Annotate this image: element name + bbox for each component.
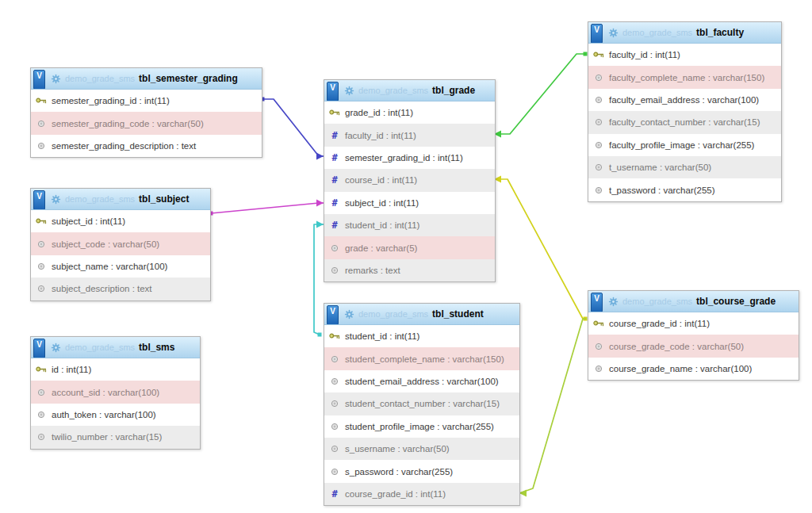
relation-course_grade-to-grade bbox=[494, 176, 588, 321]
table-header[interactable]: Vdemo_grade_smstbl_grade bbox=[324, 80, 495, 101]
gear-icon[interactable] bbox=[607, 28, 619, 38]
table-title: tbl_sms bbox=[139, 342, 174, 353]
table-tbl_course_grade[interactable]: Vdemo_grade_smstbl_course_gradecourse_gr… bbox=[588, 290, 799, 381]
column-label: semester_grading_code : varchar(50) bbox=[52, 119, 204, 128]
gear-icon[interactable] bbox=[343, 309, 354, 320]
column-label: faculty_contact_number : varchar(15) bbox=[609, 117, 760, 127]
fk-icon: # bbox=[329, 488, 340, 500]
column-row: course_grade_code : varchar(50) bbox=[588, 335, 799, 357]
table-title: tbl_faculty bbox=[696, 27, 744, 38]
gear-icon[interactable] bbox=[50, 343, 61, 353]
table-tbl_faculty[interactable]: Vdemo_grade_smstbl_facultyfaculty_id : i… bbox=[588, 21, 782, 202]
column-row: subject_code : varchar(50) bbox=[31, 232, 210, 255]
schema-label: demo_grade_sms bbox=[358, 309, 428, 319]
column-icon bbox=[593, 96, 604, 104]
key-icon bbox=[329, 332, 340, 340]
column-row: faculty_contact_number : varchar(15) bbox=[588, 111, 781, 133]
relation-arrowhead bbox=[316, 153, 324, 160]
column-label: student_email_address : varchar(100) bbox=[345, 377, 499, 386]
column-label: t_username : varchar(50) bbox=[609, 163, 711, 172]
relation-endpoint bbox=[318, 333, 322, 337]
column-icon bbox=[593, 118, 604, 126]
column-row: faculty_email_address : varchar(100) bbox=[588, 89, 781, 111]
column-icon bbox=[593, 163, 604, 171]
column-label: course_grade_id : int(11) bbox=[609, 319, 710, 328]
column-label: course_id : int(11) bbox=[345, 175, 417, 185]
column-row: course_grade_id : int(11) bbox=[588, 312, 799, 335]
schema-label: demo_grade_sms bbox=[65, 343, 135, 352]
designer-v-badge[interactable]: V bbox=[33, 339, 45, 358]
gear-icon[interactable] bbox=[607, 297, 619, 307]
column-icon bbox=[329, 266, 340, 274]
designer-v-badge[interactable]: V bbox=[591, 293, 603, 312]
column-row: #faculty_id : int(11) bbox=[324, 124, 495, 146]
table-title: tbl_semester_grading bbox=[139, 73, 238, 84]
table-tbl_sms[interactable]: Vdemo_grade_smstbl_smsid : int(11)accoun… bbox=[30, 336, 201, 450]
column-row: student_profile_image : varchar(255) bbox=[324, 415, 519, 438]
column-label: t_password : varchar(255) bbox=[609, 186, 715, 195]
column-row: semester_grading_id : int(11) bbox=[31, 90, 262, 112]
column-label: course_grade_id : int(11) bbox=[345, 489, 446, 499]
gear-icon[interactable] bbox=[343, 86, 354, 96]
table-header[interactable]: Vdemo_grade_smstbl_subject bbox=[31, 189, 210, 210]
fk-icon: # bbox=[329, 197, 340, 209]
column-label: subject_id : int(11) bbox=[345, 198, 419, 208]
designer-v-badge[interactable]: V bbox=[327, 82, 339, 101]
column-row: #student_id : int(11) bbox=[324, 214, 495, 236]
column-icon bbox=[593, 141, 604, 149]
column-row: student_complete_name : varchar(150) bbox=[324, 347, 519, 369]
column-icon bbox=[593, 343, 604, 350]
column-label: semester_grading_description : text bbox=[52, 141, 196, 151]
table-header[interactable]: Vdemo_grade_smstbl_semester_grading bbox=[31, 68, 262, 90]
column-label: subject_description : text bbox=[52, 284, 152, 293]
column-row: #course_grade_id : int(11) bbox=[324, 483, 519, 505]
fk-icon: # bbox=[329, 220, 340, 231]
column-label: student_id : int(11) bbox=[345, 331, 419, 341]
key-icon bbox=[329, 109, 340, 117]
key-icon bbox=[36, 217, 47, 225]
schema-label: demo_grade_sms bbox=[622, 28, 692, 37]
gear-icon[interactable] bbox=[50, 74, 61, 84]
column-icon bbox=[329, 468, 340, 476]
table-tbl_grade[interactable]: Vdemo_grade_smstbl_gradegrade_id : int(1… bbox=[324, 79, 496, 282]
table-tbl_subject[interactable]: Vdemo_grade_smstbl_subjectsubject_id : i… bbox=[30, 188, 211, 301]
column-row: t_password : varchar(255) bbox=[588, 178, 781, 201]
relation-student-to-grade bbox=[314, 221, 324, 337]
relation-faculty-to-grade bbox=[494, 52, 588, 138]
schema-label: demo_grade_sms bbox=[622, 297, 692, 306]
table-tbl_student[interactable]: Vdemo_grade_smstbl_studentstudent_id : i… bbox=[324, 303, 520, 506]
column-icon bbox=[593, 74, 604, 82]
designer-v-badge[interactable]: V bbox=[33, 190, 45, 210]
key-icon bbox=[593, 51, 604, 59]
column-row: s_password : varchar(255) bbox=[324, 460, 519, 482]
column-label: id : int(11) bbox=[52, 365, 91, 374]
column-row: #subject_id : int(11) bbox=[324, 192, 495, 214]
column-icon bbox=[329, 400, 340, 408]
column-row: id : int(11) bbox=[31, 358, 200, 381]
column-row: student_id : int(11) bbox=[324, 325, 519, 347]
column-icon bbox=[36, 285, 47, 293]
table-header[interactable]: Vdemo_grade_smstbl_faculty bbox=[588, 22, 781, 44]
table-title: tbl_student bbox=[432, 308, 484, 320]
table-tbl_semester_grading[interactable]: Vdemo_grade_smstbl_semester_gradingsemes… bbox=[30, 67, 262, 158]
relation-endpoint bbox=[584, 52, 588, 56]
column-icon bbox=[36, 120, 47, 128]
column-row: student_contact_number : varchar(15) bbox=[324, 392, 519, 415]
column-label: student_id : int(11) bbox=[345, 220, 419, 230]
relation-course_grade-to-student bbox=[519, 319, 587, 497]
table-title: tbl_grade bbox=[432, 85, 475, 96]
column-row: account_sid : varchar(100) bbox=[31, 381, 200, 403]
column-row: #course_id : int(11) bbox=[324, 169, 495, 191]
table-header[interactable]: Vdemo_grade_smstbl_sms bbox=[31, 337, 200, 358]
table-header[interactable]: Vdemo_grade_smstbl_course_grade bbox=[588, 291, 799, 312]
table-header[interactable]: Vdemo_grade_smstbl_student bbox=[324, 304, 519, 325]
designer-v-badge[interactable]: V bbox=[591, 24, 603, 44]
relation-arrowhead bbox=[316, 200, 324, 207]
column-icon bbox=[329, 445, 340, 453]
designer-v-badge[interactable]: V bbox=[33, 70, 45, 90]
column-row: subject_name : varchar(100) bbox=[31, 255, 210, 278]
designer-v-badge[interactable]: V bbox=[327, 305, 339, 325]
column-row: #semester_grading_id : int(11) bbox=[324, 147, 495, 169]
gear-icon[interactable] bbox=[50, 194, 61, 205]
column-icon bbox=[36, 389, 47, 396]
